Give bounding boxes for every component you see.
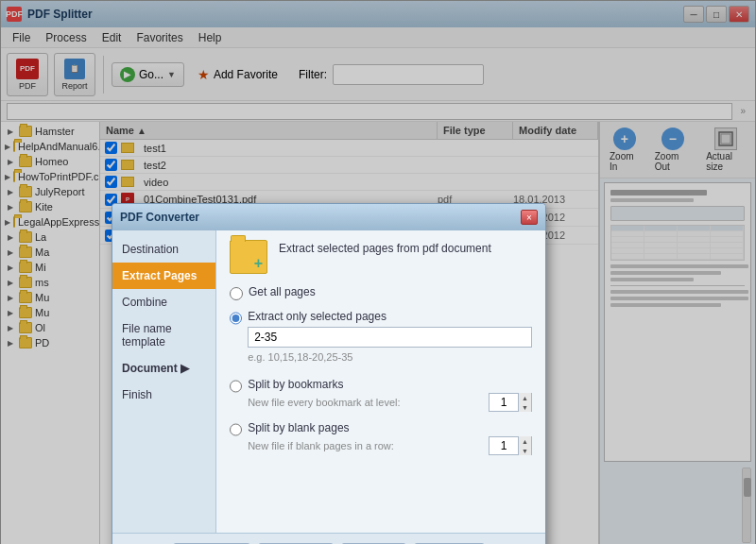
- nav-destination[interactable]: Destination: [112, 236, 215, 263]
- modal-title: PDF Converter: [120, 211, 199, 224]
- bookmark-level-up[interactable]: ▲: [518, 393, 531, 402]
- split-blank-label: Split by blank pages: [248, 421, 532, 434]
- blank-pages-wrap: New file if blank pages in a row: ▲ ▼: [248, 436, 532, 455]
- bookmark-level-sublabel: New file every bookmark at level:: [248, 397, 483, 408]
- nav-file-name-template[interactable]: File name template: [112, 315, 215, 355]
- blank-pages-sublabel: New file if blank pages in a row:: [248, 440, 483, 451]
- modal-title-bar: PDF Converter ×: [112, 204, 545, 230]
- chevron-right-icon: ▶: [180, 362, 189, 375]
- nav-finish[interactable]: Finish: [112, 382, 215, 408]
- nav-document[interactable]: Document ▶: [112, 355, 215, 382]
- modal-close-button[interactable]: ×: [521, 210, 538, 225]
- page-range-hint: e.g. 10,15,18-20,25-35: [248, 351, 532, 363]
- blank-pages-up[interactable]: ▲: [518, 436, 531, 446]
- modal-footer: << Back Next >> Start! Cancel: [112, 533, 545, 544]
- page-range-input[interactable]: [248, 327, 532, 348]
- option-split-bookmarks: Split by bookmarks New file every bookma…: [230, 378, 532, 412]
- bookmark-level-wrap: New file every bookmark at level: ▲ ▼: [248, 393, 532, 412]
- extract-folder-icon: [230, 240, 267, 274]
- bookmark-level-input[interactable]: [490, 394, 518, 411]
- blank-pages-input[interactable]: [490, 437, 518, 454]
- modal-main-content: Extract selected pages from pdf document…: [216, 230, 545, 533]
- options-group: Get all pages Extract only selected page…: [230, 285, 532, 455]
- extract-only-label: Extract only selected pages: [248, 310, 532, 323]
- split-bookmarks-label: Split by bookmarks: [248, 378, 532, 391]
- modal-nav: Destination Extract Pages Combine File n…: [112, 230, 216, 533]
- option-split-blank: Split by blank pages New file if blank p…: [230, 421, 532, 455]
- radio-get-all-pages[interactable]: [230, 287, 243, 300]
- option-get-all-pages: Get all pages: [230, 285, 532, 300]
- modal-top: Extract selected pages from pdf document: [230, 240, 532, 274]
- modal-body: Destination Extract Pages Combine File n…: [112, 230, 545, 533]
- radio-extract-selected[interactable]: [230, 312, 242, 325]
- option-extract-selected: Extract only selected pages e.g. 10,15,1…: [230, 310, 532, 368]
- radio-split-blank[interactable]: [230, 423, 242, 436]
- modal-dialog: PDF Converter × Destination Extract Page…: [112, 203, 546, 544]
- blank-pages-down[interactable]: ▼: [518, 446, 531, 455]
- radio-split-bookmarks[interactable]: [230, 380, 242, 393]
- nav-combine[interactable]: Combine: [112, 289, 215, 315]
- bookmark-level-down[interactable]: ▼: [518, 402, 531, 412]
- bookmark-level-spinbox: ▲ ▼: [489, 393, 532, 412]
- get-all-pages-label: Get all pages: [249, 285, 316, 298]
- blank-pages-spinbox: ▲ ▼: [489, 436, 532, 455]
- modal-description: Extract selected pages from pdf document: [279, 240, 491, 257]
- nav-extract-pages[interactable]: Extract Pages: [112, 263, 215, 289]
